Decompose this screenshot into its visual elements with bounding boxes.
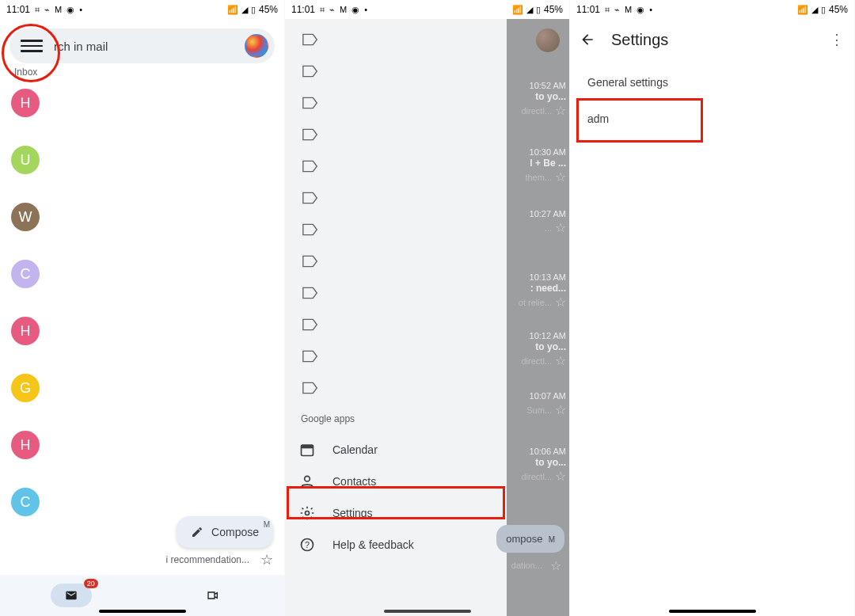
status-time: 11:01: [6, 4, 30, 15]
dot-icon: •: [364, 6, 367, 14]
status-app-icons: ⌗ ⌁ M ◉ •: [320, 6, 367, 14]
label-icon[interactable]: [302, 318, 318, 331]
signal-icon: ◢: [526, 6, 533, 14]
drawer-label: Contacts: [332, 475, 376, 488]
signal-icon: ◢: [811, 6, 818, 14]
signal-icon: ◢: [241, 6, 248, 14]
gesture-bar: [99, 610, 186, 613]
mail-peek: 10:12 AMto yo...directl...☆: [521, 331, 566, 368]
drawer-item-contacts[interactable]: Contacts: [285, 466, 507, 497]
label-icon[interactable]: [302, 255, 318, 268]
label-icon[interactable]: [302, 287, 318, 299]
account-avatar[interactable]: [245, 34, 268, 58]
label-icon[interactable]: [302, 160, 318, 173]
maps-icon: ◉: [352, 6, 359, 14]
meet-tab[interactable]: [192, 584, 234, 607]
mail-peek: 10:27 AM...☆: [530, 209, 566, 235]
page-title: Settings: [611, 31, 668, 49]
chat-icon: ⌁: [44, 6, 50, 14]
label-icon[interactable]: [302, 350, 318, 363]
maps-icon: ◉: [636, 6, 644, 14]
star-icon[interactable]: ☆: [550, 558, 561, 573]
settings-item-account[interactable]: adm: [587, 112, 609, 125]
battery-icon: ▯: [536, 6, 541, 14]
sender-avatar[interactable]: H: [11, 317, 40, 345]
status-right: 📶 ◢ ▯ 45%: [227, 4, 278, 15]
svg-rect-1: [302, 445, 314, 448]
compose-peek[interactable]: ompose M: [496, 525, 564, 553]
star-icon[interactable]: ☆: [555, 169, 566, 184]
mail-snippet-peek: dation...: [511, 561, 542, 570]
star-icon[interactable]: ☆: [555, 469, 566, 484]
battery-text: 45%: [829, 4, 848, 15]
calendar-icon: [299, 442, 315, 458]
drawer-item-settings[interactable]: Settings: [285, 497, 507, 529]
sender-avatar[interactable]: H: [11, 431, 40, 459]
label-icon[interactable]: [302, 128, 318, 141]
gmail-m-icon: M: [55, 6, 62, 14]
status-app-icons: ⌗ ⌁ M ◉ •: [35, 6, 82, 14]
settings-topbar: Settings ⋮: [570, 19, 854, 60]
help-icon: ?: [299, 537, 315, 553]
drawer-item-calendar[interactable]: Calendar: [285, 434, 507, 466]
label-icon[interactable]: [302, 65, 318, 78]
sender-avatar[interactable]: W: [11, 203, 40, 231]
gesture-bar: [384, 610, 471, 613]
sender-avatar[interactable]: G: [11, 374, 40, 402]
battery-text: 45%: [259, 4, 278, 15]
search-placeholder: rch in mail: [54, 40, 245, 53]
gmail-m-icon: M: [625, 6, 632, 14]
star-icon[interactable]: ☆: [555, 353, 566, 368]
star-icon[interactable]: ☆: [260, 551, 273, 568]
settings-list: General settings: [570, 60, 854, 105]
sender-avatar[interactable]: U: [11, 146, 40, 174]
pencil-icon: [191, 526, 203, 538]
contacts-icon: [299, 473, 315, 489]
label-icon[interactable]: [302, 33, 318, 46]
mail-peek: 10:06 AMto yo...directl...☆: [521, 447, 566, 484]
label-icon[interactable]: [302, 97, 318, 109]
wifi-icon: 📶: [227, 6, 238, 14]
star-icon[interactable]: ☆: [555, 295, 566, 310]
screen-drawer: 11:01 ⌗ ⌁ M ◉ • 📶 ◢ ▯ 45%: [285, 0, 570, 616]
slack-icon: ⌗: [605, 6, 610, 14]
mail-tab[interactable]: 20: [51, 584, 92, 607]
tab-marker: M: [264, 520, 270, 529]
maps-icon: ◉: [66, 6, 74, 14]
hamburger-icon[interactable]: [21, 35, 43, 57]
search-bar[interactable]: rch in mail: [10, 29, 275, 63]
overflow-button[interactable]: ⋮: [827, 31, 846, 48]
back-button[interactable]: [578, 30, 597, 49]
drawer-item-help[interactable]: ? Help & feedback: [285, 529, 507, 561]
compose-label: Compose: [211, 526, 259, 538]
compose-button[interactable]: Compose: [177, 516, 273, 548]
label-icon[interactable]: [302, 382, 318, 394]
star-icon[interactable]: ☆: [555, 103, 566, 118]
label-icon[interactable]: [302, 223, 318, 236]
sender-avatar[interactable]: H: [11, 89, 40, 117]
status-bar: 11:01 ⌗ ⌁ M ◉ • 📶 ◢ ▯ 45%: [285, 0, 569, 19]
mail-peek: 10:07 AMSum...☆: [526, 391, 566, 417]
mail-peek: 10:30 AMl + Be ...them...☆: [525, 147, 566, 184]
label-icon[interactable]: [302, 192, 318, 204]
status-right: 📶 ◢ ▯ 45%: [512, 4, 563, 15]
settings-icon: [299, 505, 315, 521]
star-icon[interactable]: ☆: [555, 220, 566, 235]
mail-peek: 10:52 AMto yo...directl...☆: [521, 81, 566, 118]
drawer-label: Help & feedback: [332, 538, 414, 551]
status-time: 11:01: [576, 4, 600, 15]
sender-avatar[interactable]: C: [11, 260, 40, 288]
status-right: 📶 ◢ ▯ 45%: [797, 4, 848, 15]
svg-point-3: [306, 511, 310, 515]
star-icon[interactable]: ☆: [555, 402, 566, 417]
slack-icon: ⌗: [320, 6, 325, 14]
svg-text:?: ?: [305, 540, 310, 549]
chat-icon: ⌁: [329, 6, 335, 14]
slack-icon: ⌗: [35, 6, 40, 14]
mail-snippet: i recommendation...: [166, 554, 249, 565]
chat-icon: ⌁: [614, 6, 620, 14]
status-bar: 11:01 ⌗ ⌁ M ◉ • 📶 ◢ ▯ 45%: [570, 0, 854, 19]
sender-avatar[interactable]: C: [11, 488, 40, 516]
gesture-bar: [669, 610, 756, 613]
settings-item-general[interactable]: General settings: [587, 68, 837, 97]
